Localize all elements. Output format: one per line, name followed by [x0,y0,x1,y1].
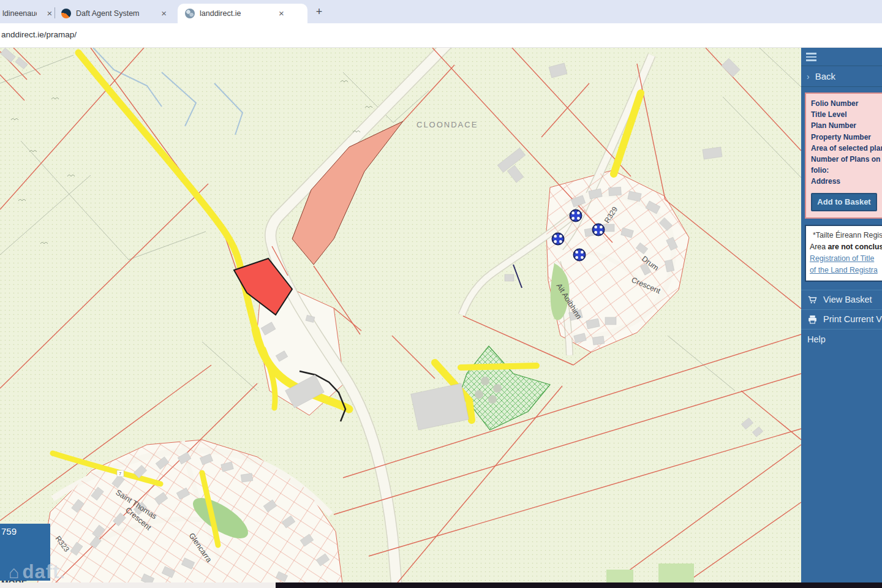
registration-of-title-link[interactable]: Registration of Title [810,253,882,265]
folio-field-label: Title Level [811,109,882,120]
folio-info-panel: Folio Number Title Level Plan Number Pro… [805,92,882,219]
sidebar-menu: View Basket Print Current Vie Help [801,290,882,349]
house-number-label: 7 [119,471,121,477]
landdirect-sidebar: › Back Folio Number Title Level Plan Num… [801,48,882,588]
bottom-strip-light [0,582,276,588]
disclaimer-line2: Area are not conclusiv [810,241,882,253]
url-text[interactable]: anddirect.ie/pramap/ [1,30,77,39]
tab-separator [55,7,55,18]
address-bar[interactable]: anddirect.ie/pramap/ [0,23,882,48]
survey-marker-icon[interactable] [573,249,586,261]
browser-window: ldineenauct × Daft Agent System × landdi… [0,0,882,588]
sidebar-header [801,48,882,66]
tab-cut-left[interactable]: ldineenauct × [0,4,54,23]
back-button[interactable]: › Back [801,66,882,87]
landdirect-favicon-icon [185,9,195,18]
help-button[interactable]: Help [801,330,882,349]
map-viewport[interactable]: CLOONDACE R329 Drum Crescent Ait Aoibhin… [0,48,801,588]
bottom-strip-dark [276,582,882,588]
survey-marker-icon[interactable] [570,209,582,222]
survey-marker-icon[interactable] [592,224,605,236]
folio-field-label: Plan Number [811,120,882,131]
disclaimer-line1: *Tailte Éireann Registr [810,230,882,241]
tab-strip: ldineenauct × Daft Agent System × landdi… [0,0,882,23]
tab-title: ldineenauct [2,9,37,18]
close-tab-icon[interactable]: × [45,9,54,18]
folio-field-label: Folio Number [811,98,882,109]
tab-landdirect-active[interactable]: landdirect.ie × [178,4,307,23]
menu-hamburger-icon[interactable] [806,53,882,61]
townland-label: CLOONDACE [417,120,478,129]
tab-title: landdirect.ie [200,9,241,18]
add-to-basket-button[interactable]: Add to Basket [811,193,877,211]
folio-field-label: Number of Plans on this folio: [811,154,882,176]
land-registry-link[interactable]: of the Land Registra [810,265,882,276]
folio-field-label: Property Number [811,132,882,143]
daft-watermark-logo: ⌂daft. [9,561,66,583]
folio-field-label: Area of selected plans [811,143,882,154]
map-canvas[interactable]: CLOONDACE R329 Drum Crescent Ait Aoibhin… [0,48,801,588]
daft-favicon-icon [61,9,71,18]
chevron-right-icon: › [807,72,810,81]
basket-cart-icon [807,295,818,305]
house-icon: ⌂ [9,562,20,582]
back-label: Back [815,71,835,81]
close-tab-icon[interactable]: × [276,9,286,18]
view-basket-button[interactable]: View Basket [801,290,882,310]
close-tab-icon[interactable]: × [159,9,169,18]
tab-daft-agent[interactable]: Daft Agent System × [56,4,176,23]
folio-field-label: Address [811,176,882,187]
printer-icon [807,314,818,325]
watermark-number: 759 [1,526,17,537]
survey-marker-icon[interactable] [552,233,564,245]
print-current-view-button[interactable]: Print Current Vie [801,310,882,330]
tab-title: Daft Agent System [76,9,140,18]
new-tab-button[interactable]: + [312,6,326,19]
disclaimer-box: *Tailte Éireann Registr Area are not con… [805,225,882,282]
